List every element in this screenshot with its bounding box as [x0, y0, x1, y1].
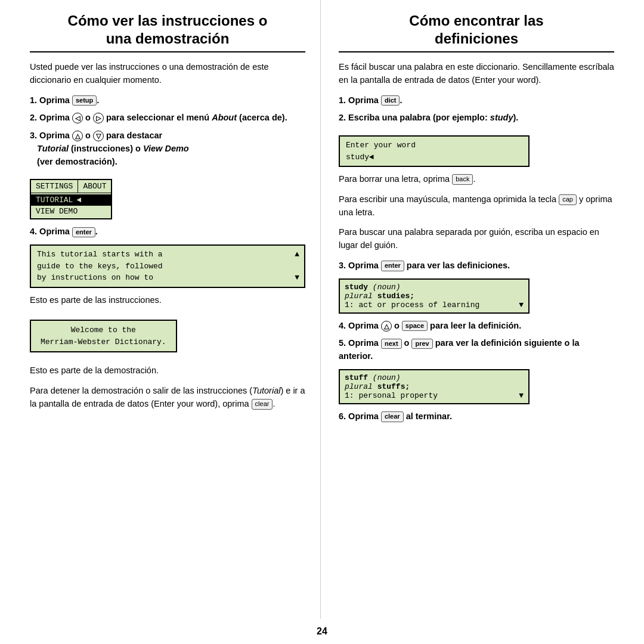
right-text1: Para borrar una letra, oprima back.	[339, 173, 614, 186]
back-key: back	[452, 174, 473, 184]
left-step2: 2. Oprima ◁ o ▷ para seleccionar el menú…	[30, 112, 305, 125]
right-step2: 2. Escriba una palabra (por ejemplo: stu…	[339, 112, 614, 125]
lcd-stuff-box: stuff (noun) plural stuffs; 1: personal …	[339, 369, 614, 404]
lcd-menu-box: SETTINGS ABOUT TUTORIAL ◄ VIEW DEMO	[30, 179, 112, 219]
left-column: Cómo ver las instrucciones o una demostr…	[12, 0, 321, 619]
enter-key-left: enter	[72, 227, 95, 237]
setup-key: setup	[72, 95, 97, 106]
left-step4: 4. Oprima enter.	[30, 225, 305, 239]
right-step5: 5. Oprima next o prev para ver la defini…	[339, 337, 614, 363]
lcd-tutorial-text: This tutorial starts with a guide to the…	[36, 249, 291, 284]
dict-key: dict	[381, 95, 400, 106]
left-title: Cómo ver las instrucciones o una demostr…	[30, 12, 305, 48]
page: Cómo ver las instrucciones o una demostr…	[0, 0, 644, 644]
right-step1: 1. Oprima dict.	[339, 94, 614, 107]
prev-key: prev	[411, 339, 432, 349]
left-intro: Usted puede ver las instrucciones o una …	[30, 61, 305, 87]
right-title-line1: Cómo encontrar las	[409, 13, 543, 29]
left-step1: 1. Oprima setup.	[30, 94, 305, 107]
cap-key: cap	[559, 194, 577, 205]
right-column: Cómo encontrar las definiciones Es fácil…	[321, 0, 632, 619]
right-title: Cómo encontrar las definiciones	[339, 12, 614, 48]
scroll-down-icon: ▼	[295, 272, 299, 284]
lcd-menu-about: ABOUT	[78, 180, 111, 193]
lcd-demo-box: Welcome to the Merriam-Webster Dictionar…	[30, 320, 177, 352]
enter-key-right: enter	[381, 261, 404, 271]
left-arrow-icon: ◁	[72, 113, 83, 123]
lcd-menu-viewdemo: VIEW DEMO	[31, 206, 111, 217]
left-text2: Esto es parte de la demostración.	[30, 364, 305, 377]
right-step3: 3. Oprima enter para ver las definicione…	[339, 259, 614, 273]
next-key: next	[381, 339, 402, 349]
right-intro: Es fácil buscar una palabra en este dicc…	[339, 61, 614, 87]
lcd-tutorial-box: This tutorial starts with a guide to the…	[30, 244, 305, 288]
space-key: space	[402, 321, 428, 331]
page-number: 24	[0, 619, 644, 644]
left-step3: 3. Oprima △ o ▽ para destacar Tutorial (…	[30, 129, 305, 168]
right-text3: Para buscar una palabra separada por gui…	[339, 226, 614, 252]
right-step6: 6. Oprima clear al terminar.	[339, 410, 614, 423]
lcd-menu-settings: SETTINGS	[31, 180, 78, 193]
down-arrow-icon: ▽	[93, 131, 104, 141]
up-arrow-right-icon: △	[381, 321, 392, 332]
right-arrow-icon: ▷	[93, 113, 104, 123]
left-title-line1: Cómo ver las instrucciones o	[68, 13, 268, 29]
left-title-line2: una demostración	[106, 30, 230, 47]
scroll-up-icon: ▲	[295, 249, 299, 261]
left-text3: Para detener la demostración o salir de …	[30, 385, 305, 411]
lcd-enter-word-box: Enter your word study◄	[339, 135, 530, 167]
scroll-down-icon-stuff: ▼	[519, 391, 524, 400]
lcd-menu-items: TUTORIAL ◄ VIEW DEMO	[31, 193, 111, 218]
up-arrow-icon: △	[72, 131, 83, 141]
scroll-down-icon-study: ▼	[519, 301, 524, 309]
right-title-line2: definiciones	[435, 30, 518, 47]
lcd-study-box: study (noun) plural studies; 1: act or p…	[339, 278, 614, 314]
menu-arrow-icon: ◄	[76, 196, 81, 205]
right-text2: Para escribir una mayúscula, mantenga op…	[339, 193, 614, 219]
right-step4: 4. Oprima △ o space para leer la definic…	[339, 320, 614, 333]
clear-key-right: clear	[381, 411, 404, 422]
clear-key-left: clear	[252, 399, 273, 409]
lcd-menu-tutorial: TUTORIAL ◄	[31, 194, 111, 206]
left-text1: Esto es parte de las instrucciones.	[30, 294, 305, 307]
